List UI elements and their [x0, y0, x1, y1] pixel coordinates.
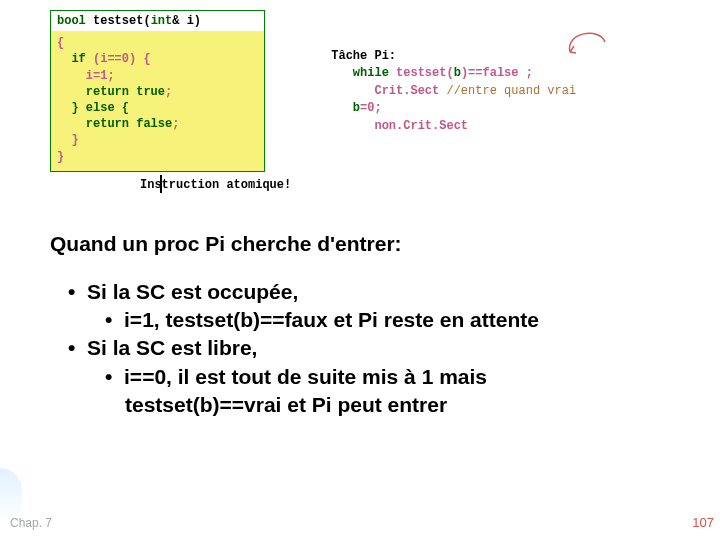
code-l2-rest: (i==0) {: [86, 52, 151, 66]
code-l4-rest: ;: [165, 85, 172, 99]
code-l5: } else {: [57, 100, 258, 116]
bullet-b1-text: i==0, il est tout de suite mis à 1 mais: [124, 365, 487, 388]
task-l4-text: non.Crit.Sect: [374, 119, 468, 133]
task-l1: while testset(b)==false ;: [331, 65, 576, 82]
kw-else: } else {: [71, 101, 129, 115]
kw-int: int: [151, 14, 173, 28]
kw-if: if: [71, 52, 85, 66]
accent-bar: [0, 468, 22, 523]
code-l1: {: [57, 35, 258, 51]
code-l2: if (i==0) {: [57, 51, 258, 67]
kw-return-false: return false: [86, 117, 172, 131]
bullet-b1c: testset(b)==vrai et Pi peut entrer: [125, 391, 720, 419]
testset-code-box: bool testset(int& i) { if (i==0) { i=1; …: [50, 10, 265, 172]
task-code: Tâche Pi: while testset(b)==false ; Crit…: [331, 48, 576, 135]
atomic-label: Instruction atomique!: [140, 178, 291, 192]
task-title: Tâche Pi:: [331, 48, 576, 65]
bullet-a1: • i=1, testset(b)==faux et Pi reste en a…: [105, 306, 720, 334]
kw-return-true: return true: [86, 85, 165, 99]
code-l3-text: i=1;: [86, 69, 115, 83]
sig-rest: & i): [172, 14, 201, 28]
footer-chapter: Chap. 7: [10, 516, 52, 530]
bullet-b1c-text: testset(b)==vrai et Pi peut entrer: [125, 393, 447, 416]
code-l8: }: [57, 149, 258, 165]
code-signature: bool testset(int& i): [51, 11, 264, 31]
task-l1-tail: )==false ;: [461, 66, 533, 80]
bullet-b: • Si la SC est libre,: [68, 334, 720, 362]
task-l2-comment: //entre quand vrai: [439, 84, 576, 98]
code-l6-rest: ;: [172, 117, 179, 131]
sig-name: testset(: [93, 14, 151, 28]
code-l7: }: [57, 132, 258, 148]
task-l3-rest: =0;: [360, 101, 382, 115]
task-l4: non.Crit.Sect: [331, 118, 576, 135]
code-l3: i=1;: [57, 68, 258, 84]
code-l7-text: }: [71, 133, 78, 147]
bullet-b1: • i==0, il est tout de suite mis à 1 mai…: [105, 363, 720, 391]
loop-arrow-icon: [560, 22, 620, 62]
arrow-down-icon: [160, 175, 162, 193]
code-l6: return false;: [57, 116, 258, 132]
bullet-list: • Si la SC est occupée, • i=1, testset(b…: [50, 278, 720, 420]
kw-bool: bool: [57, 14, 86, 28]
task-l2: Crit.Sect //entre quand vrai: [331, 83, 576, 100]
kw-while: while: [353, 66, 389, 80]
code-l4: return true;: [57, 84, 258, 100]
bullet-a1-text: i=1, testset(b)==faux et Pi reste en att…: [124, 308, 539, 331]
task-l1-rest: testset(: [389, 66, 454, 80]
task-l3-var: b: [353, 101, 360, 115]
footer-page-number: 107: [692, 515, 714, 530]
bullet-a-text: Si la SC est occupée,: [87, 280, 298, 303]
task-l3: b=0;: [331, 100, 576, 117]
slide-heading: Quand un proc Pi cherche d'entrer:: [50, 232, 720, 256]
task-l2-text: Crit.Sect: [374, 84, 439, 98]
bullet-a: • Si la SC est occupée,: [68, 278, 720, 306]
bullet-b-text: Si la SC est libre,: [87, 336, 257, 359]
task-l1-var: b: [454, 66, 461, 80]
